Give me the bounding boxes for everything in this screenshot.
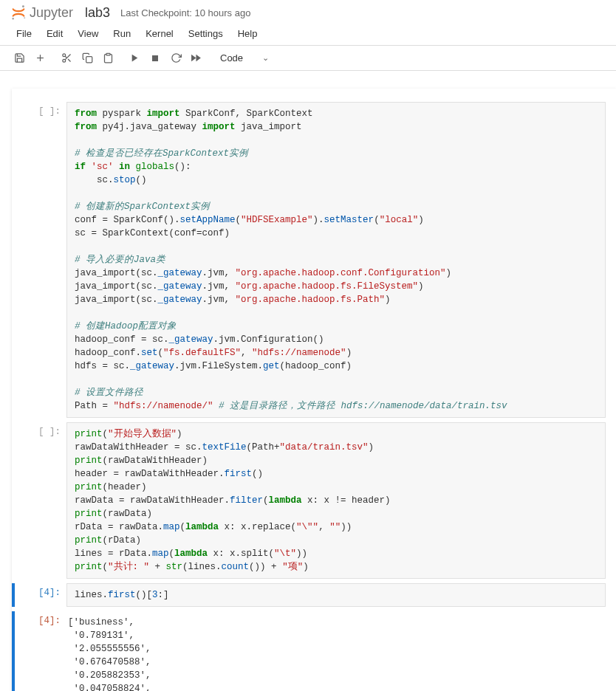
svg-marker-14	[191, 55, 196, 62]
menu-kernel[interactable]: Kernel	[138, 25, 181, 42]
cell-gutter	[12, 102, 18, 418]
code-editor[interactable]: print("开始导入数据")rawDataWithHeader = sc.te…	[66, 422, 606, 579]
code-line: print(rData)	[75, 534, 598, 547]
code-editor[interactable]: lines.first()[3:]	[66, 583, 606, 607]
code-line: java_import(sc._gateway.jvm, "org.apache…	[75, 267, 598, 280]
cell-gutter	[12, 611, 15, 691]
svg-point-2	[24, 17, 25, 18]
svg-marker-12	[131, 55, 137, 62]
notebook-scroll[interactable]: [ ]:from pyspark import SparkConf, Spark…	[0, 71, 616, 691]
restart-button[interactable]	[165, 49, 186, 68]
code-line: hdfs = sc._gateway.jvm.FileSystem.get(ha…	[75, 360, 598, 373]
code-line: print(rawData)	[75, 507, 598, 520]
code-line: print(rawDataWithHeader)	[75, 454, 598, 467]
code-line: from pyspark import SparkConf, SparkCont…	[75, 107, 598, 120]
code-line	[75, 240, 598, 253]
code-line: sc.stop()	[75, 173, 598, 187]
code-line: print("开始导入数据")	[75, 427, 598, 441]
cell-gutter	[12, 583, 15, 607]
svg-point-6	[62, 59, 65, 62]
output-cell[interactable]: [4]:['business', '0.789131', '2.05555555…	[12, 611, 616, 691]
svg-rect-11	[106, 53, 110, 55]
code-line: print(header)	[75, 481, 598, 494]
menu-edit[interactable]: Edit	[39, 25, 70, 42]
menu-run[interactable]: Run	[106, 25, 138, 42]
input-prompt: [ ]:	[18, 422, 66, 437]
code-line: if 'sc' in globals():	[75, 160, 598, 173]
code-line: lines = rData.map(lambda x: x.split("\t"…	[75, 547, 598, 560]
cell-type-select[interactable]: Code ⌄	[213, 49, 273, 67]
svg-marker-15	[196, 55, 200, 62]
run-button[interactable]	[124, 49, 145, 68]
code-line: from py4j.java_gateway import java_impor…	[75, 120, 598, 134]
svg-rect-13	[152, 55, 158, 61]
menu-help[interactable]: Help	[230, 25, 265, 42]
code-line	[75, 373, 598, 386]
code-line: hadoop_conf = sc._gateway.jvm.Configurat…	[75, 333, 598, 346]
code-line: # 创建Hadoop配置对象	[75, 320, 598, 333]
code-line	[75, 134, 598, 147]
input-prompt: [ ]:	[18, 102, 66, 117]
code-line: hadoop_conf.set("fs.defaultFS", "hdfs://…	[75, 346, 598, 360]
svg-point-5	[62, 54, 65, 57]
jupyter-brand-text: Jupyter	[30, 5, 73, 21]
paste-button[interactable]	[97, 49, 118, 68]
code-line: # 设置文件路径	[75, 386, 598, 399]
add-cell-button[interactable]	[30, 49, 50, 68]
code-line	[75, 306, 598, 320]
svg-point-0	[22, 5, 24, 7]
code-line: sc = SparkContext(conf=conf)	[75, 227, 598, 240]
svg-point-1	[12, 18, 13, 19]
code-editor[interactable]: from pyspark import SparkConf, SparkCont…	[66, 102, 606, 418]
menu-bar: File Edit View Run Kernel Settings Help	[0, 24, 616, 46]
code-cell[interactable]: [ ]:print("开始导入数据")rawDataWithHeader = s…	[12, 422, 616, 579]
code-line: java_import(sc._gateway.jvm, "org.apache…	[75, 293, 598, 306]
save-button[interactable]	[9, 49, 30, 68]
svg-line-9	[65, 56, 66, 58]
output-text: ['business', '0.789131', '2.055555556', …	[66, 611, 606, 691]
code-line: # 创建新的SparkContext实例	[75, 200, 598, 213]
code-line: rawData = rawDataWithHeader.filter(lambd…	[75, 494, 598, 507]
code-line: conf = SparkConf().setAppName("HDFSExamp…	[75, 213, 598, 227]
menu-file[interactable]: File	[9, 25, 39, 42]
cell-type-value: Code	[220, 52, 243, 63]
code-line: Path = "hdfs://namenode/" # 这是目录路径，文件路径 …	[75, 399, 598, 413]
jupyter-logo-icon	[10, 4, 27, 21]
run-all-button[interactable]	[186, 49, 207, 68]
code-line: # 检查是否已经存在SparkContext实例	[75, 147, 598, 160]
output-prompt: [4]:	[18, 611, 66, 626]
code-line: rawDataWithHeader = sc.textFile(Path+"da…	[75, 441, 598, 454]
code-cell[interactable]: [4]:lines.first()[3:]	[12, 583, 616, 607]
stop-button[interactable]	[145, 49, 165, 68]
code-cell[interactable]: [ ]:from pyspark import SparkConf, Spark…	[12, 102, 616, 418]
chevron-down-icon: ⌄	[262, 53, 269, 63]
code-line: java_import(sc._gateway.jvm, "org.apache…	[75, 280, 598, 293]
notebook: [ ]:from pyspark import SparkConf, Spark…	[12, 89, 616, 691]
toolbar: Code ⌄	[0, 46, 616, 71]
menu-settings[interactable]: Settings	[181, 25, 230, 42]
input-prompt: [4]:	[18, 583, 66, 598]
svg-rect-10	[86, 57, 92, 63]
copy-button[interactable]	[77, 49, 97, 68]
svg-line-8	[68, 59, 70, 61]
code-line	[75, 187, 598, 200]
cut-button[interactable]	[56, 49, 77, 68]
cell-gutter	[12, 422, 18, 579]
code-line: header = rawDataWithHeader.first()	[75, 467, 598, 481]
document-title[interactable]: lab3	[85, 5, 110, 21]
menu-view[interactable]: View	[70, 25, 106, 42]
code-line: lines.first()[3:]	[75, 588, 598, 602]
jupyter-logo: Jupyter	[10, 4, 73, 21]
checkpoint-label: Last Checkpoint: 10 hours ago	[120, 7, 250, 18]
code-line: # 导入必要的Java类	[75, 253, 598, 267]
app-header: Jupyter lab3 Last Checkpoint: 10 hours a…	[0, 0, 616, 24]
code-line: rData = rawData.map(lambda x: x.replace(…	[75, 520, 598, 534]
code-line: print("共计: " + str(lines.count()) + "项")	[75, 560, 598, 574]
